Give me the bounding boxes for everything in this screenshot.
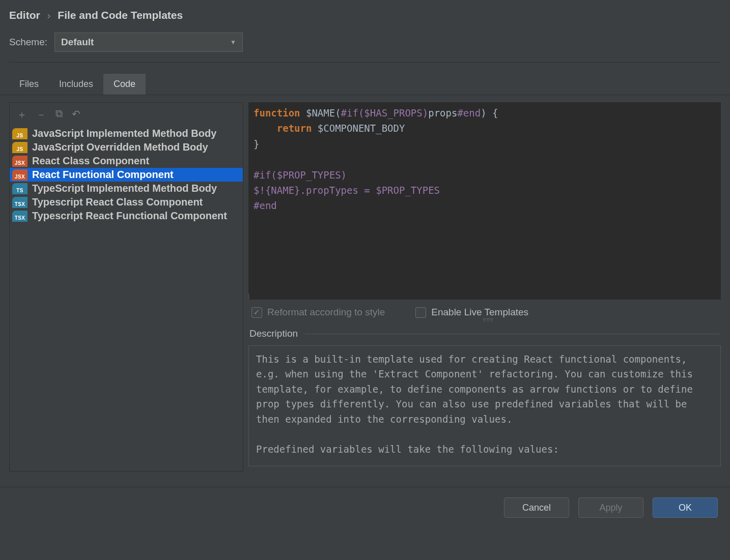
remove-icon[interactable]: － xyxy=(36,108,46,122)
template-row[interactable]: TSTypeScript Implemented Method Body xyxy=(10,182,243,195)
template-label: React Class Component xyxy=(32,155,149,167)
breadcrumb-parent[interactable]: Editor xyxy=(9,9,40,21)
description-p1: This is a built-in template used for cre… xyxy=(256,352,713,427)
description-heading: Description xyxy=(248,325,721,345)
checkbox-icon: ✓ xyxy=(251,307,262,318)
dialog-footer: Cancel Apply OK xyxy=(0,487,730,528)
template-label: React Functional Component xyxy=(32,169,174,181)
template-row[interactable]: JSXReact Functional Component xyxy=(10,168,243,182)
breadcrumb-current: File and Code Templates xyxy=(58,9,183,21)
reformat-checkbox: ✓ Reformat according to style xyxy=(251,307,385,318)
tab-files[interactable]: Files xyxy=(9,74,49,95)
breadcrumb: Editor › File and Code Templates xyxy=(0,0,730,33)
editor-panel: function $NAME(#if($HAS_PROPS)props#end)… xyxy=(248,102,721,471)
template-row[interactable]: JSJavaScript Implemented Method Body xyxy=(10,127,243,140)
scheme-value: Default xyxy=(61,37,94,48)
main-content: ＋ － ⧉ ↶ JSJavaScript Implemented Method … xyxy=(0,95,730,471)
live-templates-checkbox[interactable]: Enable Live Templates xyxy=(415,307,528,318)
cancel-button[interactable]: Cancel xyxy=(504,497,569,518)
filetype-badge-icon: TSX xyxy=(12,197,27,208)
filetype-badge-icon: JSX xyxy=(12,156,27,167)
filetype-badge-icon: TSX xyxy=(12,211,27,222)
dropdown-icon: ▼ xyxy=(230,39,236,46)
copy-icon[interactable]: ⧉ xyxy=(55,108,63,122)
tab-code[interactable]: Code xyxy=(103,74,146,95)
template-label: TypeScript Implemented Method Body xyxy=(32,183,217,194)
apply-button: Apply xyxy=(578,497,643,518)
template-label: Typescript React Class Component xyxy=(32,196,203,208)
resize-handle-icon[interactable]: ⠿⠿ xyxy=(248,295,250,300)
filetype-badge-icon: JSX xyxy=(12,169,27,181)
filetype-badge-icon: TS xyxy=(12,183,27,194)
template-panel: ＋ － ⧉ ↶ JSJavaScript Implemented Method … xyxy=(9,102,243,471)
description-box: This is a built-in template used for cre… xyxy=(248,345,721,466)
tab-includes[interactable]: Includes xyxy=(49,74,103,95)
scheme-select[interactable]: Default ▼ xyxy=(54,33,243,52)
tabs: Files Includes Code xyxy=(0,63,730,95)
description-p2: Predefined variables will take the follo… xyxy=(256,442,713,457)
template-label: JavaScript Implemented Method Body xyxy=(32,128,216,139)
template-row[interactable]: TSXTypescript React Class Component xyxy=(10,195,243,209)
template-row[interactable]: JSJavaScript Overridden Method Body xyxy=(10,140,243,154)
add-icon[interactable]: ＋ xyxy=(17,108,27,122)
template-toolbar: ＋ － ⧉ ↶ xyxy=(10,103,243,127)
template-row[interactable]: JSXReact Class Component xyxy=(10,154,243,168)
template-label: Typescript React Functional Component xyxy=(32,210,227,222)
ok-button[interactable]: OK xyxy=(653,497,718,518)
scheme-label: Scheme: xyxy=(9,37,47,48)
checkbox-icon[interactable] xyxy=(415,307,426,318)
template-row[interactable]: TSXTypescript React Functional Component xyxy=(10,209,243,223)
filetype-badge-icon: JS xyxy=(12,142,27,153)
scheme-row: Scheme: Default ▼ xyxy=(0,33,730,62)
template-label: JavaScript Overridden Method Body xyxy=(32,141,208,153)
filetype-badge-icon: JS xyxy=(12,128,27,139)
undo-icon[interactable]: ↶ xyxy=(72,108,80,122)
template-list[interactable]: JSJavaScript Implemented Method BodyJSJa… xyxy=(10,127,243,223)
resize-handle-icon[interactable]: ⠿⠿⠿ xyxy=(483,319,493,321)
chevron-right-icon: › xyxy=(47,9,51,21)
editor-options: ✓ Reformat according to style Enable Liv… xyxy=(248,300,721,325)
code-editor[interactable]: function $NAME(#if($HAS_PROPS)props#end)… xyxy=(248,102,721,300)
